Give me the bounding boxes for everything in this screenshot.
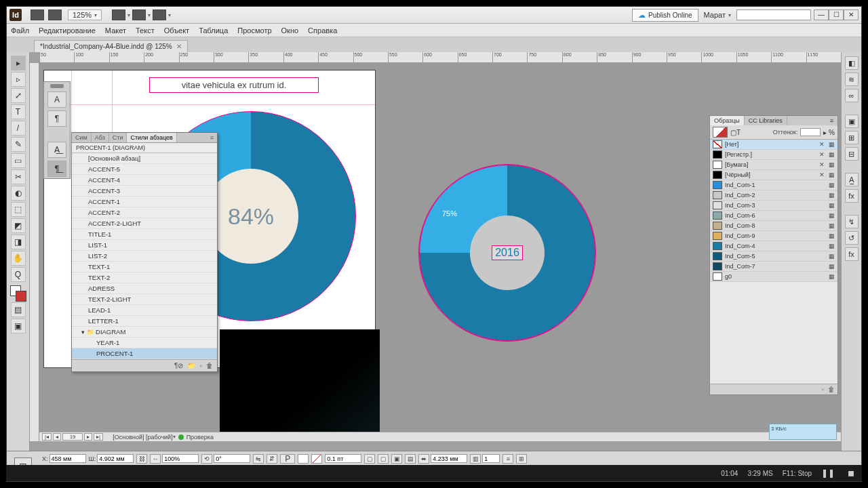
percent-label[interactable]: 75% (439, 209, 460, 218)
close-icon[interactable]: ✕ (176, 43, 182, 50)
panel-menu-icon[interactable]: ≡ (207, 133, 217, 142)
window-minimize-button[interactable]: — (814, 9, 829, 20)
swatch-row[interactable]: [Бумага]✕▦ (710, 160, 837, 170)
swatches-panel-icon[interactable]: ⊟ (845, 147, 859, 161)
swatch-row[interactable]: g0▦ (710, 272, 837, 282)
swatch-row[interactable]: Ind_Com-2▦ (710, 190, 837, 201)
paragraph-style-item[interactable]: TEXT-2-LIGHT (72, 294, 217, 305)
menu-object[interactable]: Объект (164, 26, 189, 35)
text-frame[interactable]: vitae vehicula ex rutrum id. (149, 77, 319, 93)
x-field[interactable] (50, 454, 86, 463)
layers-panel-icon[interactable]: ≋ (845, 73, 859, 86)
swatch-row[interactable]: [Чёрный]✕▦ (710, 170, 837, 180)
prev-page-icon[interactable]: ◂ (53, 433, 61, 441)
screen-mode-icon[interactable] (132, 9, 146, 20)
selection-tool[interactable]: ▸ (11, 56, 26, 70)
pathfinder-panel-icon[interactable]: ↯ (845, 215, 859, 228)
tab-paragraph-styles[interactable]: Стили абзацев (127, 133, 176, 142)
swatch-row[interactable]: [Регистр.]✕▦ (710, 150, 837, 160)
pen-tool[interactable]: ✎ (11, 137, 26, 152)
paragraph-style-item[interactable]: [Основной абзац] (72, 153, 217, 164)
new-group-icon[interactable]: 📁 (187, 362, 195, 369)
menu-file[interactable]: Файл (11, 26, 29, 35)
paragraph-style-item[interactable]: LEAD-1 (72, 305, 217, 316)
rotate-field[interactable] (214, 454, 250, 463)
mini-styles-dock[interactable]: A ¶ A͟ ¶͟ (43, 81, 71, 179)
paragraph-styles-list[interactable]: [Основной абзац]ACCENT-5ACCENT-4ACCENT-3… (72, 153, 217, 359)
align-icon[interactable]: ≡ (502, 454, 513, 464)
tab-char[interactable]: Сим (72, 133, 92, 142)
help-search-input[interactable] (736, 9, 811, 20)
zoom-tool[interactable]: Q (11, 267, 26, 282)
menu-bar[interactable]: Файл Редактирование Макет Текст Объект Т… (7, 24, 861, 37)
workspace-switcher[interactable]: Марат▾ (704, 11, 731, 19)
delete-style-icon[interactable]: 🗑 (206, 362, 213, 369)
text-wrap-icon[interactable]: ▤ (405, 454, 416, 464)
paragraph-style-item[interactable]: ACCENT-2-LIGHT (72, 218, 217, 229)
tab-para[interactable]: Абз (92, 133, 109, 142)
image-frame[interactable] (220, 329, 380, 434)
menu-edit[interactable]: Редактирование (39, 26, 96, 35)
columns-field[interactable] (482, 454, 500, 463)
paragraph-style-item[interactable]: ACCENT-4 (72, 175, 217, 186)
paragraph-style-item[interactable]: TEXT-1 (72, 262, 217, 272)
paragraph-style-item[interactable]: TEXT-2 (72, 272, 217, 283)
type-tool[interactable]: T (11, 104, 26, 119)
screen-mode-tool[interactable]: ▣ (11, 319, 26, 333)
line-tool[interactable]: / (11, 121, 26, 136)
paragraph-styles-icon[interactable]: ¶͟ (47, 161, 66, 177)
last-page-icon[interactable]: ▸| (94, 433, 103, 441)
square-icon[interactable]: ▣ (391, 454, 402, 464)
pause-icon[interactable]: ❚❚ (821, 468, 835, 478)
window-maximize-button[interactable]: ☐ (829, 9, 844, 20)
pages-panel-icon[interactable]: ◧ (845, 56, 859, 70)
swatch-list[interactable]: [Нет]✕▦[Регистр.]✕▦[Бумага]✕▦[Чёрный]✕▦I… (710, 140, 837, 282)
fx-panel-icon[interactable]: fx (845, 247, 859, 261)
swatch-row[interactable]: Ind_Com-3▦ (710, 201, 837, 211)
menu-layout[interactable]: Макет (105, 26, 126, 35)
paragraph-style-item[interactable]: ACCENT-2 (72, 207, 217, 218)
menu-help[interactable]: Справка (308, 26, 337, 35)
menu-window[interactable]: Окно (281, 26, 299, 35)
gap-field[interactable] (431, 454, 467, 463)
donut-chart-2016[interactable]: 2016 (419, 165, 595, 341)
menu-type[interactable]: Текст (136, 26, 155, 35)
paragraph-style-item[interactable]: PROCENT-1 (72, 348, 217, 359)
w-field[interactable] (97, 454, 134, 463)
page-navigator[interactable]: |◂ ◂ 19 ▸ ▸| (39, 433, 106, 441)
preflight-label[interactable]: Проверка (186, 434, 214, 441)
delete-swatch-icon[interactable]: 🗑 (828, 386, 835, 393)
stop-icon[interactable]: ◼ (844, 468, 858, 478)
page-tool[interactable]: ⤢ (11, 88, 26, 103)
gradient-tool[interactable]: ◐ (11, 186, 26, 201)
fill-stroke-proxy[interactable] (713, 127, 728, 138)
paragraph-style-item[interactable]: DIAGRAM (72, 327, 217, 338)
formatting-text-icon[interactable]: ▢T (730, 129, 741, 136)
scale-x-field[interactable] (162, 454, 199, 463)
new-style-icon[interactable]: ▫ (199, 362, 202, 369)
free-transform-tool[interactable]: ◩ (11, 218, 26, 233)
paragraph-style-item[interactable]: ADRESS (72, 283, 217, 294)
tab-cc-libraries[interactable]: CC Libraries (745, 116, 787, 125)
paragraph-style-item[interactable]: LIST-2 (72, 251, 217, 262)
preflight-status-icon[interactable] (178, 434, 184, 440)
constrain-icon[interactable]: ⛓ (136, 454, 147, 464)
view-options-icon[interactable] (112, 9, 125, 20)
swatches-panel[interactable]: Образцы CC Libraries ≡ ▢T Оттенок: ▸ % [… (709, 115, 838, 395)
character-panel-icon[interactable]: A (47, 92, 66, 108)
paragraph-style-item[interactable]: ACCENT-5 (72, 164, 217, 175)
links-panel-icon[interactable]: ∞ (845, 89, 859, 102)
square-icon[interactable]: ▢ (378, 454, 389, 464)
rectangle-tool[interactable]: ⬚ (11, 202, 26, 217)
tab-swatches[interactable]: Образцы (710, 116, 745, 125)
tab-styles[interactable]: Сти (109, 133, 127, 142)
clear-overrides-icon[interactable]: ¶⊘ (174, 362, 183, 369)
swatch-row[interactable]: Ind_Com-4▦ (710, 241, 837, 251)
swatch-row[interactable]: Ind_Com-6▦ (710, 211, 837, 221)
eyedropper-tool[interactable]: ◨ (11, 235, 26, 249)
menu-view[interactable]: Просмотр (237, 26, 271, 35)
stroke-panel-icon[interactable]: ▣ (845, 115, 859, 128)
fill-stroke-swatch[interactable] (10, 285, 26, 302)
page-number-field[interactable]: 19 (62, 433, 83, 441)
effects-panel-icon[interactable]: fx (845, 189, 859, 203)
